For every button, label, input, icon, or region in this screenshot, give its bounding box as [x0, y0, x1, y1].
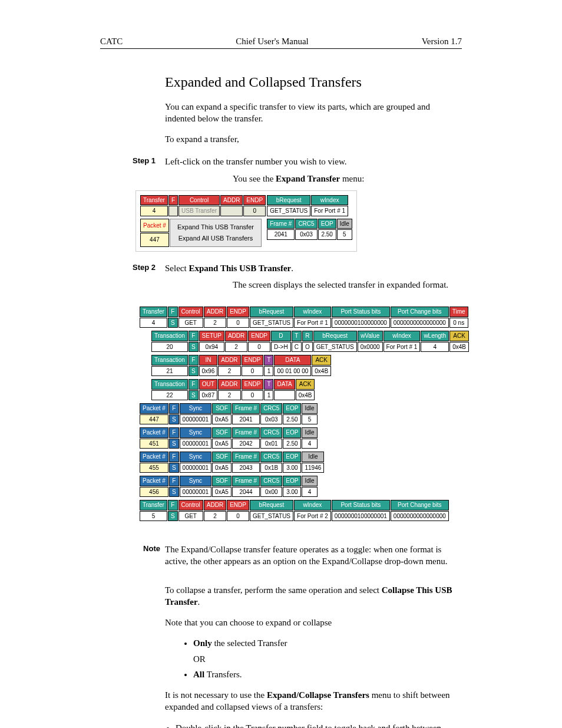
page-header: CATC Chief User's Manual Version 1.7	[100, 35, 462, 49]
breq-value: GET_STATUS	[267, 206, 310, 216]
step2-text: Select Expand This USB Transfer.	[165, 262, 462, 274]
step1-text: Left-click on the transfer number you wi…	[165, 156, 462, 167]
packet-header: Packet #	[140, 219, 169, 232]
step2-label: Step 2	[133, 262, 165, 274]
expand-menu: Expand This USB Transfer Expand All USB …	[170, 219, 262, 247]
after-step2-text: The screen displays the selected transfe…	[233, 279, 462, 291]
expand-menu-lead: You see the Expand Transfer menu:	[233, 174, 364, 183]
bullet-all: All Transfers.	[193, 668, 462, 680]
or-text: OR	[193, 653, 462, 665]
bullet-only: Only the selected Transfer OR	[193, 637, 462, 665]
figure-expanded-transfer: Transfer F Control ADDR ENDP bRequest wI…	[135, 302, 473, 527]
transaction21-row: Transaction F IN ADDR ENDP T DATA ACK 21…	[151, 354, 332, 377]
menu-expand-all[interactable]: Expand All USB Transfers	[177, 233, 254, 244]
endp-header: ENDP	[243, 195, 266, 206]
control-header: Control	[178, 195, 220, 206]
transfer4-row: Transfer F Control ADDR ENDP bRequest wI…	[139, 306, 469, 328]
windex-header: wIndex	[311, 195, 348, 206]
eop-value: 2.50	[318, 229, 336, 240]
step1-label: Step 1	[133, 156, 165, 167]
figure-expand-menu: Transfer F Control ADDR ENDP 4 USB Trans…	[135, 190, 462, 252]
crc5-value: 0x03	[295, 229, 317, 240]
endp-value: 0	[243, 206, 266, 216]
transfer5-row: Transfer F Control ADDR ENDP bRequest wI…	[139, 499, 449, 522]
packet-row: Packet #FSyncSOFFrame #CRC5EOPIdle455S00…	[139, 451, 325, 473]
menu-expand-this[interactable]: Expand This USB Transfer	[177, 222, 254, 233]
breq-header: bRequest	[267, 195, 310, 206]
to-expand-text: To expand a transfer,	[165, 133, 462, 145]
f-header: F	[168, 195, 178, 206]
packet-row: Packet #FSyncSOFFrame #CRC5EOPIdle447S00…	[139, 403, 318, 425]
collapse-text: To collapse a transfer, perform the same…	[165, 584, 462, 608]
eop-header: EOP	[318, 219, 336, 229]
section-title: Expanded and Collapsed Transfers	[165, 73, 462, 91]
choose-text: Note that you can choose to expand or co…	[165, 617, 462, 628]
header-left: CATC	[100, 35, 123, 47]
idle-header: Idle	[337, 219, 352, 229]
dbl-click-list: Double-click in the Transfer number fiel…	[165, 722, 462, 728]
usb-transfer-label: USB Transfer	[178, 206, 220, 216]
crc5-header: CRC5	[295, 219, 317, 229]
dbl-click-text: Double-click in the Transfer number fiel…	[176, 722, 462, 728]
note-text: The Expand/Collapse transfer feature ope…	[165, 543, 462, 568]
frame-value: 2041	[267, 229, 295, 240]
f-value	[168, 206, 178, 216]
not-necessary-text: It is not necessary to use the Expand/Co…	[165, 689, 462, 713]
idle-value: 5	[337, 229, 352, 240]
windex-value: For Port # 1	[311, 206, 348, 216]
transaction20-row: Transaction F SETUP ADDR ENDP D T R bReq…	[151, 330, 470, 353]
header-right: Version 1.7	[422, 35, 462, 47]
packet-row: Packet #FSyncSOFFrame #CRC5EOPIdle456S00…	[139, 475, 318, 498]
packet-value[interactable]: 447	[140, 233, 169, 246]
packet-row: Packet #FSyncSOFFrame #CRC5EOPIdle451S00…	[139, 427, 318, 449]
transaction22-row: Transaction F OUT ADDR ENDP T DATA ACK 2…	[151, 378, 315, 401]
intro-text: You can expand a specific transfer to vi…	[165, 101, 462, 125]
transfer-header: Transfer	[140, 195, 168, 206]
bullet-list: Only the selected Transfer OR All Transf…	[183, 637, 462, 680]
transfer-value[interactable]: 4	[140, 206, 168, 216]
frame-header: Frame #	[267, 219, 295, 229]
note-label: Note	[133, 543, 165, 568]
header-center: Chief User's Manual	[236, 35, 309, 47]
addr-header: ADDR	[220, 195, 243, 206]
